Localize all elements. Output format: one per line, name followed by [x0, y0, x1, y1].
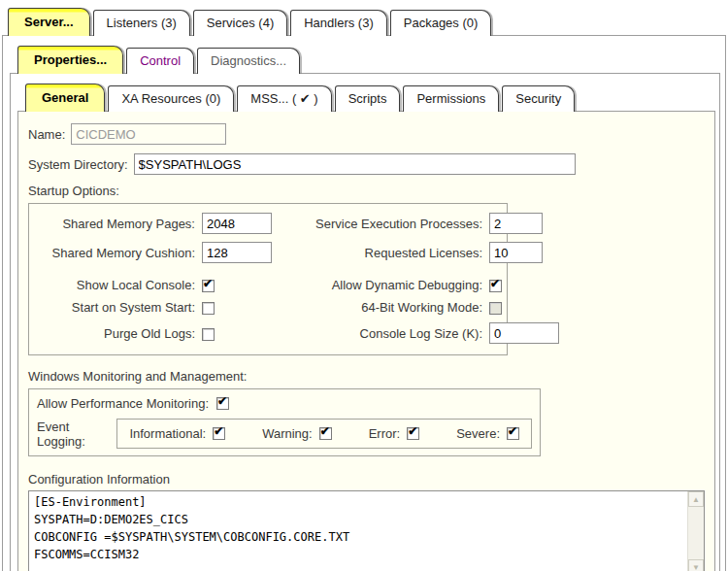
- warning-label: Warning:: [262, 426, 313, 441]
- allow-performance-monitoring-checkbox[interactable]: ✔: [216, 397, 229, 410]
- service-execution-processes-label: Service Execution Processes:: [295, 217, 489, 231]
- system-directory-input[interactable]: [134, 153, 576, 175]
- warning-checkbox[interactable]: ✔: [319, 427, 332, 440]
- bit64-working-mode-checkbox: [489, 302, 502, 315]
- allow-performance-monitoring-label: Allow Performance Monitoring:: [37, 396, 209, 411]
- error-label: Error:: [369, 426, 401, 441]
- performance-monitoring-row: Allow Performance Monitoring: ✔: [37, 396, 532, 411]
- tab-scripts[interactable]: Scripts: [335, 85, 401, 112]
- bit64-working-mode-label: 64-Bit Working Mode:: [295, 300, 489, 315]
- tab-control[interactable]: Control: [126, 48, 194, 74]
- properties-panel: General XA Resources (0) MSS... ( ✔ ) Sc…: [10, 73, 720, 571]
- tab-mss[interactable]: MSS... ( ✔ ): [237, 85, 331, 112]
- start-on-system-start-label: Start on System Start:: [29, 300, 202, 315]
- tab-handlers[interactable]: Handlers (3): [290, 10, 387, 36]
- startup-row-cushion: Shared Memory Cushion: Requested License…: [29, 242, 499, 263]
- tab-packages[interactable]: Packages (0): [390, 10, 492, 36]
- tabrow-server: Server... Listeners (3) Services (4) Han…: [8, 8, 728, 36]
- console-log-size-label: Console Log Size (K):: [295, 326, 489, 341]
- enterprise-server-admin-page: Server... Listeners (3) Services (4) Han…: [0, 0, 728, 571]
- tab-properties[interactable]: Properties...: [17, 46, 123, 74]
- purge-old-logs-checkbox[interactable]: [202, 328, 215, 341]
- server-panel: Properties... Control Diagnostics... Gen…: [2, 35, 726, 571]
- event-logging-group: Informational: ✔ Warning: ✔ Error: ✔: [116, 419, 532, 449]
- service-execution-processes-input[interactable]: [489, 213, 543, 234]
- tab-general[interactable]: General: [25, 84, 105, 112]
- requested-licenses-input[interactable]: [489, 242, 543, 263]
- scroll-down-button[interactable]: ▼: [688, 559, 704, 571]
- monitoring-label: Windows Monitoring and Management:: [28, 369, 705, 384]
- tab-xa-resources[interactable]: XA Resources (0): [108, 85, 234, 112]
- startup-options-group: Shared Memory Pages: Service Execution P…: [28, 203, 508, 355]
- event-error: Error: ✔: [369, 426, 420, 441]
- checkmark-icon: ✔: [214, 425, 223, 438]
- checkmark-icon: ✔: [408, 425, 417, 438]
- general-panel: Name: System Directory: Startup Options:…: [17, 111, 715, 571]
- shared-memory-pages-input[interactable]: [202, 213, 272, 234]
- event-warning: Warning: ✔: [262, 426, 332, 441]
- show-local-console-checkbox[interactable]: ✔: [202, 280, 215, 292]
- shared-memory-cushion-label: Shared Memory Cushion:: [29, 246, 202, 260]
- purge-old-logs-label: Purge Old Logs:: [29, 326, 202, 341]
- informational-checkbox[interactable]: ✔: [213, 427, 225, 440]
- name-label: Name:: [28, 127, 65, 142]
- tabrow-general: General XA Resources (0) MSS... ( ✔ ) Sc…: [25, 84, 715, 112]
- requested-licenses-label: Requested Licenses:: [295, 246, 489, 260]
- event-severe: Severe: ✔: [456, 426, 519, 441]
- name-input: [71, 123, 226, 145]
- startup-options-label: Startup Options:: [28, 184, 705, 198]
- scroll-up-button[interactable]: ▲: [688, 491, 704, 507]
- system-directory-label: System Directory:: [28, 157, 128, 172]
- system-directory-row: System Directory:: [28, 153, 705, 175]
- startup-row-logs: Purge Old Logs: Console Log Size (K):: [29, 322, 499, 344]
- show-local-console-label: Show Local Console:: [29, 278, 202, 292]
- tab-security[interactable]: Security: [502, 85, 575, 112]
- configuration-text[interactable]: [ES-Environment] SYSPATH=D:DEMO2ES_CICS …: [29, 491, 687, 571]
- severe-checkbox[interactable]: ✔: [507, 427, 519, 440]
- allow-dynamic-debugging-label: Allow Dynamic Debugging:: [295, 278, 489, 292]
- tab-server[interactable]: Server...: [8, 8, 90, 36]
- configuration-information-label: Configuration Information: [28, 472, 705, 487]
- allow-dynamic-debugging-checkbox[interactable]: ✔: [489, 280, 502, 292]
- event-logging-row: Event Logging: Informational: ✔ Warning:…: [37, 419, 532, 449]
- checkmark-icon: ✔: [203, 278, 213, 290]
- configuration-textarea[interactable]: [ES-Environment] SYSPATH=D:DEMO2ES_CICS …: [28, 490, 705, 571]
- start-on-system-start-checkbox[interactable]: [202, 302, 215, 315]
- startup-row-systemstart: Start on System Start: 64-Bit Working Mo…: [29, 300, 499, 315]
- severe-label: Severe:: [456, 426, 500, 441]
- textarea-scrollbar[interactable]: ▲ ▼: [687, 491, 704, 571]
- checkmark-icon: ✔: [490, 278, 500, 290]
- shared-memory-pages-label: Shared Memory Pages:: [29, 217, 202, 231]
- tabrow-properties: Properties... Control Diagnostics...: [17, 46, 720, 74]
- tab-permissions[interactable]: Permissions: [403, 85, 499, 112]
- tab-diagnostics[interactable]: Diagnostics...: [197, 48, 300, 74]
- startup-row-console: Show Local Console: ✔ Allow Dynamic Debu…: [29, 278, 499, 292]
- event-informational: Informational: ✔: [129, 426, 225, 441]
- informational-label: Informational:: [129, 426, 206, 441]
- checkmark-icon: ✔: [217, 395, 227, 408]
- tab-services[interactable]: Services (4): [193, 10, 287, 36]
- startup-row-memory: Shared Memory Pages: Service Execution P…: [29, 213, 499, 234]
- tab-listeners[interactable]: Listeners (3): [93, 10, 190, 36]
- shared-memory-cushion-input[interactable]: [202, 242, 272, 263]
- monitoring-group: Allow Performance Monitoring: ✔ Event Lo…: [28, 388, 541, 456]
- console-log-size-input[interactable]: [489, 322, 559, 344]
- event-logging-label: Event Logging:: [37, 420, 107, 449]
- checkmark-icon: ✔: [508, 425, 517, 438]
- error-checkbox[interactable]: ✔: [407, 427, 419, 440]
- checkmark-icon: ✔: [320, 425, 330, 438]
- name-row: Name:: [28, 123, 705, 145]
